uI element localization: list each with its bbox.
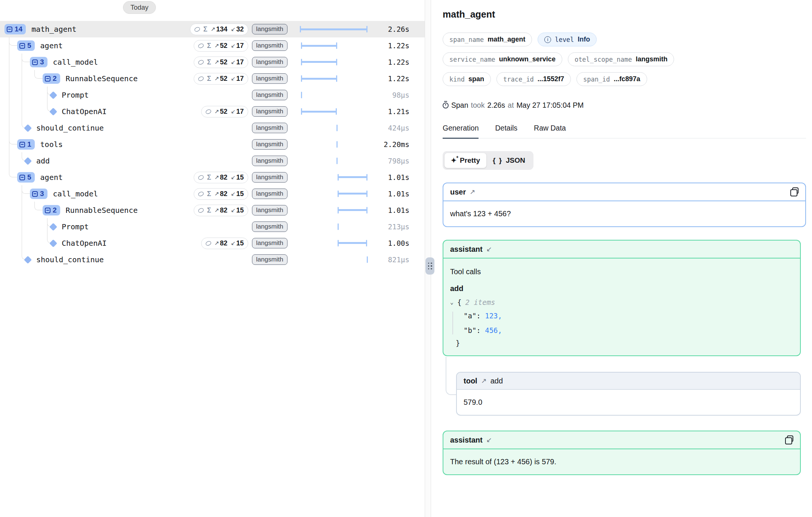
span-word: Span xyxy=(451,101,468,110)
token-metrics-pill[interactable]: Σ ↗82 ↙15 xyxy=(194,188,248,200)
langsmith-tag[interactable]: langsmith xyxy=(252,123,287,133)
tree-cell: add xyxy=(0,153,185,169)
span-name-pill[interactable]: span_name math_agent xyxy=(443,33,532,46)
tab-generation[interactable]: Generation xyxy=(443,124,479,138)
token-metrics-pill[interactable]: Σ ↗82 ↙15 xyxy=(194,205,248,216)
langsmith-tag[interactable]: langsmith xyxy=(252,90,287,100)
trace-row[interactable]: 3 call_model Σ ↗52 ↙17 langsmith 1.22s xyxy=(0,54,425,70)
token-metrics-pill[interactable]: Σ ↗82 ↙15 xyxy=(194,172,248,183)
collapse-badge[interactable]: 1 xyxy=(17,139,35,150)
trace-row[interactable]: 1 tools langsmith 2.20ms xyxy=(0,136,425,153)
collapse-badge[interactable]: 2 xyxy=(43,73,60,84)
tree-guide-line xyxy=(22,54,22,70)
trace-row[interactable]: 2 RunnableSequence Σ ↗82 ↙15 langsmith 1… xyxy=(0,202,425,218)
duration-value: 1.22s xyxy=(372,42,409,50)
json-toggle-button[interactable]: { } JSON xyxy=(486,153,532,168)
trace-row[interactable]: ChatOpenAI ↗82 ↙15 langsmith 1.00s xyxy=(0,235,425,251)
langsmith-tag[interactable]: langsmith xyxy=(252,24,287,34)
span-attribute-pills: span_name math_agent i level Info servic… xyxy=(443,33,806,86)
output-tokens: ↙17 xyxy=(231,108,244,116)
copy-icon[interactable] xyxy=(790,187,799,196)
copy-icon[interactable] xyxy=(785,435,793,444)
langsmith-tag[interactable]: langsmith xyxy=(252,254,287,265)
duration-value: 798µs xyxy=(372,157,409,165)
token-metrics-pill[interactable]: Σ ↗52 ↙17 xyxy=(194,40,248,52)
tab-raw-data[interactable]: Raw Data xyxy=(534,124,566,138)
trace-row[interactable]: ChatOpenAI ↗52 ↙17 langsmith 1.21s xyxy=(0,103,425,120)
pretty-toggle-button[interactable]: ✦ Pretty xyxy=(445,153,486,168)
trace-row[interactable]: 5 agent Σ ↗82 ↙15 langsmith 1.01s xyxy=(0,169,425,186)
langsmith-tag[interactable]: langsmith xyxy=(252,172,287,183)
detail-tabs: Generation Details Raw Data xyxy=(443,124,806,138)
up-right-arrow-icon: ↗ xyxy=(215,190,219,197)
pill-key: span_id xyxy=(583,76,610,83)
langsmith-tag[interactable]: langsmith xyxy=(252,73,287,84)
service-name-pill[interactable]: service_name unknown_service xyxy=(443,52,562,66)
user-message-card: user ↗ what's 123 + 456? xyxy=(443,183,806,227)
assistant-toolcall-body: Tool calls add ⌄ { 2 items "a": 123, "b"… xyxy=(443,258,800,355)
collapse-badge[interactable]: 3 xyxy=(30,57,47,67)
collapse-badge[interactable]: 5 xyxy=(17,40,35,51)
trace-row[interactable]: 2 RunnableSequence Σ ↗52 ↙17 langsmith 1… xyxy=(0,70,425,87)
tree-guide-line xyxy=(22,186,22,202)
tree-cell: 2 RunnableSequence xyxy=(0,70,185,87)
output-tokens: ↙17 xyxy=(231,75,244,83)
collapse-minus-icon xyxy=(32,59,38,65)
tree-guide-line xyxy=(47,87,47,103)
span-label: ChatOpenAI xyxy=(62,239,107,248)
today-filter-pill[interactable]: Today xyxy=(123,1,156,14)
trace-row[interactable]: add langsmith 798µs xyxy=(0,153,425,169)
collapse-badge[interactable]: 2 xyxy=(43,205,60,215)
level-pill[interactable]: i level Info xyxy=(538,33,597,46)
tree-guide-line xyxy=(22,103,22,120)
tag-cell: langsmith xyxy=(252,106,298,117)
collapse-badge[interactable]: 5 xyxy=(17,172,35,183)
resize-grip-handle[interactable] xyxy=(425,257,434,275)
down-left-arrow-icon: ↙ xyxy=(231,108,236,115)
token-metrics-pill[interactable]: ↗82 ↙15 xyxy=(201,238,248,249)
langsmith-tag[interactable]: langsmith xyxy=(252,221,287,232)
span-duration-line: Span took 2.26s at May 27 17:05:04 PM xyxy=(443,101,806,110)
pill-value: math_agent xyxy=(487,36,525,43)
langsmith-tag[interactable]: langsmith xyxy=(252,40,287,51)
token-metrics-pill[interactable]: ↗52 ↙17 xyxy=(201,106,248,117)
langsmith-tag[interactable]: langsmith xyxy=(252,238,287,248)
trace-row[interactable]: 14 math_agent Σ ↗134 ↙32 langsmith 2.26s xyxy=(0,21,425,37)
span-label: RunnableSequence xyxy=(66,206,138,215)
otel-scope-pill[interactable]: otel_scope_name langsmith xyxy=(568,52,674,66)
token-metrics-pill[interactable]: Σ ↗134 ↙32 xyxy=(190,24,248,35)
tag-cell: langsmith xyxy=(252,238,298,248)
span-id-pill[interactable]: span_id ...fc897a xyxy=(576,72,647,86)
tree-elbow-connector xyxy=(9,37,17,46)
langsmith-tag[interactable]: langsmith xyxy=(252,189,287,199)
child-count: 1 xyxy=(27,140,31,149)
langsmith-tag[interactable]: langsmith xyxy=(252,139,287,150)
token-metrics-pill[interactable]: Σ ↗52 ↙17 xyxy=(194,56,248,68)
collapse-badge[interactable]: 14 xyxy=(4,24,26,34)
langsmith-tag[interactable]: langsmith xyxy=(252,156,287,166)
token-metrics-pill[interactable]: Σ ↗52 ↙17 xyxy=(194,73,248,85)
collapse-badge[interactable]: 3 xyxy=(30,189,47,199)
trace-row[interactable]: should_continue langsmith 424µs xyxy=(0,120,425,136)
kind-pill[interactable]: kind span xyxy=(443,72,491,86)
trace-row[interactable]: 3 call_model Σ ↗82 ↙15 langsmith 1.01s xyxy=(0,186,425,202)
trace-row[interactable]: Prompt langsmith 213µs xyxy=(0,218,425,235)
trace-row[interactable]: Prompt langsmith 98µs xyxy=(0,87,425,103)
tag-cell: langsmith xyxy=(252,172,298,183)
tree-guide-line xyxy=(22,218,22,235)
up-right-arrow-icon: ↗ xyxy=(215,42,219,49)
pill-value: ...fc897a xyxy=(614,75,640,83)
pill-row: kind span trace_id ...1552f7 span_id ...… xyxy=(443,72,806,86)
span-label: agent xyxy=(40,41,63,50)
trace-row[interactable]: should_continue langsmith 821µs xyxy=(0,251,425,268)
trace-row[interactable]: 5 agent Σ ↗52 ↙17 langsmith 1.22s xyxy=(0,37,425,54)
trace-id-pill[interactable]: trace_id ...1552f7 xyxy=(496,72,571,86)
tab-details[interactable]: Details xyxy=(495,124,517,138)
langsmith-tag[interactable]: langsmith xyxy=(252,106,287,117)
tool-name: add xyxy=(490,377,503,385)
json-root-row[interactable]: ⌄ { 2 items xyxy=(450,298,793,306)
langsmith-tag[interactable]: langsmith xyxy=(252,205,287,215)
output-tokens: ↙15 xyxy=(231,190,244,198)
langsmith-tag[interactable]: langsmith xyxy=(252,57,287,67)
waterfall-cell xyxy=(298,37,372,54)
